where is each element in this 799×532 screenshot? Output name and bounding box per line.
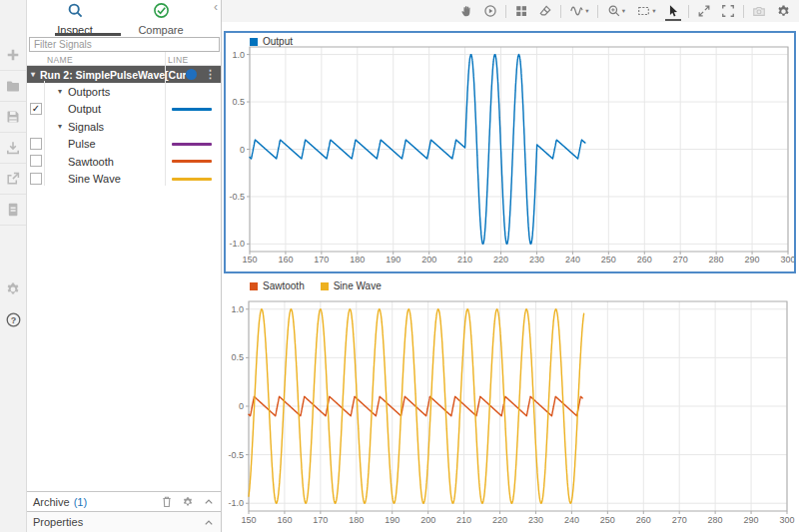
chevron-up-icon[interactable] xyxy=(203,517,215,528)
filter-signals-input[interactable] xyxy=(29,37,220,52)
output-chart[interactable]: 1501601701801902002102202302402502602702… xyxy=(226,33,794,271)
select-button[interactable] xyxy=(661,1,685,21)
snapshot-button[interactable] xyxy=(747,1,771,21)
zoom-button[interactable]: ▾ xyxy=(601,1,631,21)
svg-text:210: 210 xyxy=(457,255,472,265)
collapse-arrow-icon[interactable]: ▾ xyxy=(31,70,35,79)
svg-text:170: 170 xyxy=(313,515,328,525)
legend-item-sawtooth[interactable]: Sawtooth xyxy=(250,280,305,291)
svg-text:250: 250 xyxy=(601,255,616,265)
signal-checkbox[interactable] xyxy=(30,138,42,150)
trash-icon[interactable] xyxy=(161,495,173,508)
tree-group-signals[interactable]: ▾ Signals xyxy=(27,118,221,136)
gear-icon xyxy=(5,281,21,297)
app-window: ? Inspect Compare ‹ NAME LINE ▾ Run 2: S… xyxy=(0,0,799,532)
run-color-dot[interactable] xyxy=(186,69,197,80)
archive-count: (1) xyxy=(74,496,87,508)
svg-text:1.0: 1.0 xyxy=(232,50,245,60)
signal-checkbox[interactable] xyxy=(30,173,42,185)
magnifier-icon xyxy=(607,4,621,18)
camera-icon xyxy=(752,4,766,18)
floppy-icon xyxy=(5,109,21,125)
toolbar-spacer xyxy=(0,226,26,273)
export-button[interactable] xyxy=(0,164,26,195)
tab-bar: Inspect Compare ‹ xyxy=(27,0,221,36)
signal-markers-button[interactable]: ▾ xyxy=(564,1,594,21)
save-button[interactable] xyxy=(0,102,26,133)
signal-checkbox[interactable]: ✓ xyxy=(30,103,42,115)
signal-line-swatch[interactable] xyxy=(172,108,212,111)
svg-text:170: 170 xyxy=(314,255,329,265)
tab-compare[interactable]: Compare xyxy=(125,2,197,36)
svg-text:250: 250 xyxy=(600,515,615,525)
fit-to-view-button[interactable]: ▾ xyxy=(631,1,661,21)
share-icon xyxy=(5,171,21,187)
preferences-button[interactable] xyxy=(0,273,26,304)
signal-line-swatch[interactable] xyxy=(172,160,212,163)
svg-text:290: 290 xyxy=(745,255,760,265)
chevron-down-icon: ▾ xyxy=(585,7,588,15)
gear-icon[interactable] xyxy=(182,496,194,508)
collapse-arrow-icon[interactable]: ▾ xyxy=(58,122,62,131)
import-button[interactable] xyxy=(0,133,26,164)
gear-icon xyxy=(776,4,791,19)
signal-label: Sine Wave xyxy=(68,173,121,185)
toolbar-separator xyxy=(505,5,506,18)
folder-icon xyxy=(5,78,21,94)
clear-plots-button[interactable] xyxy=(533,1,557,21)
run-menu-icon[interactable]: ⋮ xyxy=(203,68,218,81)
legend-swatch xyxy=(250,38,258,46)
tree-group-outports[interactable]: ▾ Outports xyxy=(27,83,221,101)
chevron-up-icon[interactable] xyxy=(203,496,215,507)
chevron-down-icon: ▾ xyxy=(652,7,655,15)
download-icon xyxy=(5,140,21,156)
settings-button[interactable] xyxy=(771,1,795,21)
subplot-layout-button[interactable] xyxy=(509,1,533,21)
signal-checkbox[interactable] xyxy=(30,155,42,167)
open-button[interactable] xyxy=(0,71,26,102)
svg-text:240: 240 xyxy=(565,255,580,265)
collapse-sidebar-icon[interactable]: ‹ xyxy=(214,1,218,13)
column-header-line: LINE xyxy=(168,55,189,65)
replay-button[interactable] xyxy=(478,1,502,21)
expand-icon xyxy=(697,4,711,18)
legend-item-sinewave[interactable]: Sine Wave xyxy=(321,280,382,291)
active-tab-indicator xyxy=(55,33,121,36)
expand-button[interactable] xyxy=(692,1,716,21)
plus-icon xyxy=(5,47,21,63)
collapse-arrow-icon[interactable]: ▾ xyxy=(58,87,62,96)
run-header[interactable]: ▾ Run 2: SimplePulseWave[Current] ⋮ xyxy=(27,66,221,83)
tree-signal-pulse[interactable]: Pulse xyxy=(27,136,221,154)
tree-signal-sinewave[interactable]: Sine Wave xyxy=(27,171,221,189)
svg-text:0.5: 0.5 xyxy=(231,352,244,362)
svg-text:200: 200 xyxy=(421,255,436,265)
wave-icon xyxy=(569,4,584,18)
column-divider xyxy=(165,52,166,186)
add-button[interactable] xyxy=(0,40,26,71)
signals-chart[interactable]: 1501601701801902002102202302402502602702… xyxy=(226,277,796,532)
svg-text:270: 270 xyxy=(673,255,688,265)
tree-group-label: Outports xyxy=(68,86,110,98)
archive-section-header[interactable]: Archive (1) xyxy=(27,491,221,511)
report-button[interactable] xyxy=(0,195,26,226)
signal-line-swatch[interactable] xyxy=(172,178,212,181)
subplot-signals[interactable]: Sawtooth Sine Wave 150160170180190200210… xyxy=(226,277,796,532)
svg-text:280: 280 xyxy=(708,515,723,525)
subplot-output[interactable]: Output 150160170180190200210220230240250… xyxy=(224,31,796,273)
tab-inspect[interactable]: Inspect xyxy=(39,2,111,36)
pan-button[interactable] xyxy=(454,1,478,21)
tree-group-label: Signals xyxy=(68,121,104,133)
search-icon xyxy=(67,2,84,19)
help-button[interactable]: ? xyxy=(0,304,26,335)
signal-label: Sawtooth xyxy=(68,156,114,168)
tree-signal-output[interactable]: ✓ Output xyxy=(27,101,221,119)
fullscreen-button[interactable] xyxy=(716,1,740,21)
svg-text:0: 0 xyxy=(239,401,244,411)
document-icon xyxy=(5,202,21,218)
tree-signal-sawtooth[interactable]: Sawtooth xyxy=(27,153,221,171)
legend-item-output[interactable]: Output xyxy=(250,36,293,47)
svg-text:180: 180 xyxy=(350,255,365,265)
signal-line-swatch[interactable] xyxy=(172,143,212,146)
properties-section-header[interactable]: Properties xyxy=(27,511,221,532)
column-header-name: NAME xyxy=(47,55,73,65)
